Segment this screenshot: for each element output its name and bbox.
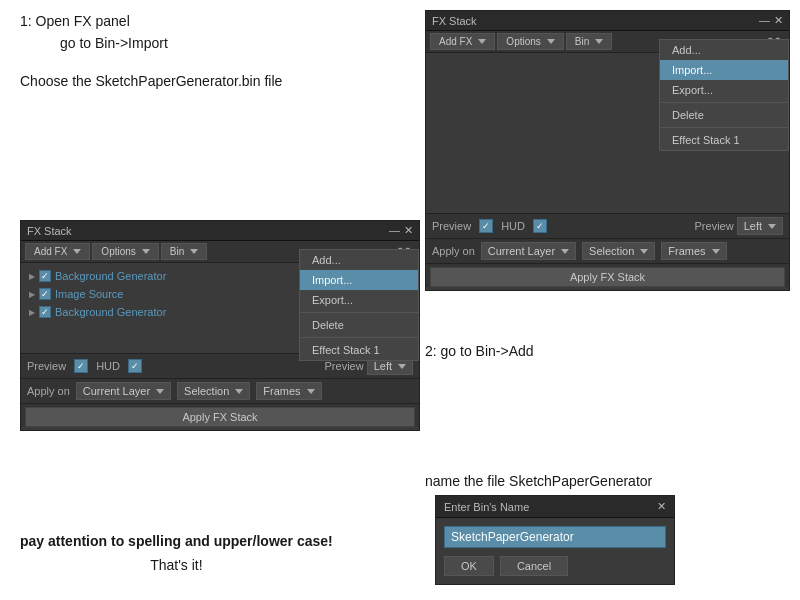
warning-text: pay attention to spelling and upper/lowe… [20,530,333,577]
effect-stack-item-right[interactable]: Effect Stack 1 [660,130,788,150]
import-item[interactable]: Import... [300,270,418,290]
preview-checkbox-right[interactable] [479,219,493,233]
hud-label-left: HUD [96,360,120,372]
close-btn-right[interactable]: ✕ [774,14,783,27]
fx-bottom-right: Preview HUD Preview Left Apply on Curren… [426,213,789,287]
item-label-2: Image Source [55,288,123,300]
import-item-right[interactable]: Import... [660,60,788,80]
dialog-content: OK Cancel [436,518,674,584]
preview-right-label: Preview [325,360,364,372]
selection-dropdown-right[interactable]: Selection [582,242,655,260]
frames-dropdown-right[interactable]: Frames [661,242,726,260]
expand-icon-1: ▶ [29,272,35,281]
apply-bar-left: Apply on Current Layer Selection Frames [21,379,419,404]
options-btn-left[interactable]: Options [92,243,158,260]
checkbox-3[interactable] [39,306,51,318]
fx-panel-left: FX Stack — ✕ Add FX Options Bin ↺ ↻ ▶ Ba [20,220,420,431]
bin-name-input[interactable] [444,526,666,548]
bin-dropdown-left: Add... Import... Export... Delete Effect… [299,249,419,361]
checkbox-2[interactable] [39,288,51,300]
expand-icon-3: ▶ [29,308,35,317]
titlebar-controls-right: — ✕ [759,14,783,27]
hud-checkbox-right[interactable] [533,219,547,233]
dialog-title: Enter Bin's Name [444,501,529,513]
preview-checkbox-left[interactable] [74,359,88,373]
separator-2 [300,337,418,338]
panel-title-right: FX Stack [432,15,477,27]
export-item[interactable]: Export... [300,290,418,310]
add-item-right[interactable]: Add... [660,40,788,60]
separator-r2 [660,127,788,128]
dialog-buttons: OK Cancel [444,556,666,576]
apply-fx-btn-right[interactable]: Apply FX Stack [430,267,785,287]
delete-item[interactable]: Delete [300,315,418,335]
export-item-right[interactable]: Export... [660,80,788,100]
add-fx-btn-left[interactable]: Add FX [25,243,90,260]
selection-dropdown-left[interactable]: Selection [177,382,250,400]
panel-titlebar-left: FX Stack — ✕ [21,221,419,241]
apply-fx-btn-left[interactable]: Apply FX Stack [25,407,415,427]
apply-on-label-right: Apply on [432,245,475,257]
dialog-close-icon[interactable]: ✕ [657,500,666,513]
bin-btn-left[interactable]: Bin [161,243,207,260]
step1-text: 1: Open FX panel go to Bin->Import [20,10,400,55]
apply-bar-right: Apply on Current Layer Selection Frames [426,239,789,264]
step1-detail: Choose the SketchPaperGenerator.bin file [20,70,400,92]
preview-label-right: Preview [432,220,471,232]
current-layer-dropdown-left[interactable]: Current Layer [76,382,171,400]
bin-dropdown-right: Add... Import... Export... Delete Effect… [659,39,789,151]
item-label-1: Background Generator [55,270,166,282]
frames-dropdown-left[interactable]: Frames [256,382,321,400]
step3-text: name the file SketchPaperGenerator [425,470,652,492]
panel-title-left: FX Stack [27,225,72,237]
panel-titlebar-right: FX Stack — ✕ [426,11,789,31]
ok-button[interactable]: OK [444,556,494,576]
checkbox-1[interactable] [39,270,51,282]
pin-btn-left[interactable]: — [389,224,400,237]
fx-list-right: Add... Import... Export... Delete Effect… [426,53,789,213]
pin-btn-right[interactable]: — [759,14,770,27]
preview-left-dropdown-right[interactable]: Left [737,217,783,235]
separator-r1 [660,102,788,103]
item-label-3: Background Generator [55,306,166,318]
add-item[interactable]: Add... [300,250,418,270]
dialog-box: Enter Bin's Name ✕ OK Cancel [435,495,675,585]
fx-bottom-left: Preview HUD Preview Left Apply on Curren… [21,353,419,427]
preview-right-area: Preview Left [695,217,783,235]
titlebar-controls-left: — ✕ [389,224,413,237]
options-btn-right[interactable]: Options [497,33,563,50]
separator-1 [300,312,418,313]
dialog-titlebar: Enter Bin's Name ✕ [436,496,674,518]
delete-item-right[interactable]: Delete [660,105,788,125]
expand-icon-2: ▶ [29,290,35,299]
preview-label-left: Preview [27,360,66,372]
step2-text: 2: go to Bin->Add [425,340,534,362]
hud-label-right: HUD [501,220,525,232]
apply-on-label-left: Apply on [27,385,70,397]
fx-panel-right: FX Stack — ✕ Add FX Options Bin ↺ ↻ Add.… [425,10,790,291]
cancel-button[interactable]: Cancel [500,556,568,576]
add-fx-btn-right[interactable]: Add FX [430,33,495,50]
preview-right-label2: Preview [695,220,734,232]
close-btn-left[interactable]: ✕ [404,224,413,237]
hud-checkbox-left[interactable] [128,359,142,373]
effect-stack-item[interactable]: Effect Stack 1 [300,340,418,360]
bin-btn-right[interactable]: Bin [566,33,612,50]
current-layer-dropdown-right[interactable]: Current Layer [481,242,576,260]
preview-bar-right: Preview HUD Preview Left [426,214,789,239]
